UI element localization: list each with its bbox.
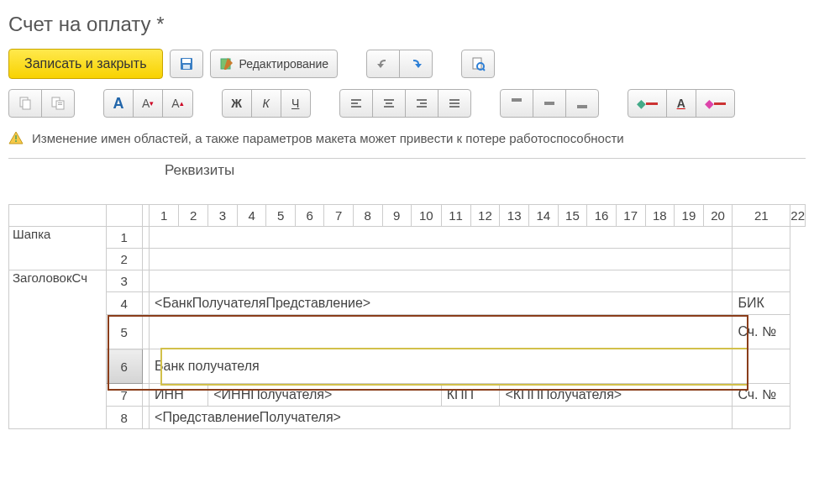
col-9[interactable]: 9	[382, 205, 412, 227]
undo-button[interactable]	[366, 50, 400, 78]
valign-middle-icon	[542, 96, 557, 111]
col-15[interactable]: 15	[558, 205, 587, 227]
row-2[interactable]: 2	[9, 249, 806, 270]
align-left-button[interactable]	[339, 89, 373, 118]
align-center-button[interactable]	[372, 89, 406, 118]
row-head-5[interactable]: 5	[106, 315, 142, 349]
preview-button[interactable]	[461, 50, 495, 78]
row-head-6[interactable]: 6	[106, 349, 142, 384]
row-head-2[interactable]: 2	[106, 249, 142, 270]
row-head-1[interactable]: 1	[106, 227, 142, 249]
col-16[interactable]: 16	[587, 205, 617, 227]
edit-mode-label: Редактирование	[239, 57, 329, 71]
col-13[interactable]: 13	[500, 205, 529, 227]
svg-rect-26	[544, 102, 554, 105]
cell-bank-recipient[interactable]: Банк получателя	[150, 349, 733, 384]
row-4[interactable]: 4 <БанкПолучателяПредставление> БИК	[9, 292, 806, 315]
row-5[interactable]: 5 Сч. №	[9, 315, 806, 349]
cell-kpp-val[interactable]: <КПППолучателя>	[500, 384, 733, 407]
font-decrease-button[interactable]: A▾	[133, 89, 163, 118]
spreadsheet[interactable]: Реквизиты 1 2 3 4 5 6 7 8 9 10 11 12	[8, 158, 806, 429]
edit-mode-button[interactable]: Редактирование	[210, 50, 339, 78]
text-color-label: A	[677, 97, 685, 110]
cell-acct2[interactable]: Сч. №	[733, 384, 790, 407]
cell-inn-label[interactable]: ИНН	[150, 384, 208, 407]
cell-bik[interactable]: БИК	[733, 292, 790, 315]
col-21[interactable]: 21	[733, 205, 790, 227]
svg-rect-28	[15, 135, 17, 139]
col-7[interactable]: 7	[324, 205, 354, 227]
row-1[interactable]: Шапка 1	[9, 227, 806, 249]
cell-payee-repr[interactable]: <ПредставлениеПолучателя>	[150, 407, 733, 429]
col-10[interactable]: 10	[412, 205, 442, 227]
col-12[interactable]: 12	[470, 205, 500, 227]
row-head-8[interactable]: 8	[106, 407, 142, 429]
redo-button[interactable]	[399, 50, 433, 78]
section-title: ЗаголовокСч	[9, 270, 107, 429]
valign-middle-button[interactable]	[533, 89, 566, 118]
save-button[interactable]	[170, 50, 203, 78]
col-4[interactable]: 4	[237, 205, 266, 227]
svg-rect-12	[58, 104, 62, 105]
col-20[interactable]: 20	[703, 205, 733, 227]
main-toolbar: Записать и закрыть Редактирование	[8, 49, 806, 79]
sheet-table[interactable]: 1 2 3 4 5 6 7 8 9 10 11 12 13 14 15 16 1…	[8, 204, 806, 429]
col-18[interactable]: 18	[645, 205, 675, 227]
row-head-3[interactable]: 3	[106, 270, 142, 292]
copy-icon	[18, 96, 33, 111]
row-8[interactable]: 8 <ПредставлениеПолучателя>	[9, 407, 806, 429]
cell-kpp-label[interactable]: КПП	[441, 384, 500, 407]
font-big-label: A	[171, 97, 179, 110]
valign-top-button[interactable]	[500, 89, 533, 118]
col-11[interactable]: 11	[441, 205, 470, 227]
row-6[interactable]: 6 Банк получателя	[9, 349, 806, 384]
warning-icon	[8, 130, 24, 145]
col-6[interactable]: 6	[295, 205, 324, 227]
col-blank-section[interactable]	[9, 205, 107, 227]
section-header: Шапка	[9, 227, 107, 270]
copy-button[interactable]	[8, 89, 42, 118]
col-14[interactable]: 14	[529, 205, 559, 227]
bg-color-button[interactable]: ◆	[628, 89, 667, 118]
valign-bottom-button[interactable]	[565, 89, 599, 118]
bold-button[interactable]: Ж	[222, 89, 252, 118]
align-right-button[interactable]	[405, 89, 439, 118]
save-close-button[interactable]: Записать и закрыть	[8, 49, 163, 79]
font-default-button[interactable]: A	[103, 89, 134, 118]
cell-inn-val[interactable]: <ИННПолучателя>	[208, 384, 441, 407]
col-blank-rownum[interactable]	[106, 205, 142, 227]
cell-acct[interactable]: Сч. №	[733, 315, 790, 349]
undo-icon	[375, 56, 391, 71]
font-small-label: A	[142, 97, 150, 110]
col-22[interactable]: 22	[790, 205, 806, 227]
col-2[interactable]: 2	[179, 205, 208, 227]
col-5[interactable]: 5	[266, 205, 296, 227]
col-1[interactable]: 1	[150, 205, 179, 227]
italic-button[interactable]: К	[251, 89, 281, 118]
row-7[interactable]: 7 ИНН <ИННПолучателя> КПП <КПППолучателя…	[9, 384, 806, 407]
row-3[interactable]: ЗаголовокСч 3	[9, 270, 806, 292]
col-8[interactable]: 8	[353, 205, 382, 227]
font-increase-button[interactable]: A▴	[162, 89, 192, 118]
cell-r5[interactable]	[150, 315, 733, 349]
row-head-4[interactable]: 4	[106, 292, 142, 315]
col-17[interactable]: 17	[616, 205, 645, 227]
cell-bank-repr[interactable]: <БанкПолучателяПредставление>	[150, 292, 733, 315]
save-icon	[179, 56, 194, 71]
bg-color-label: ◆	[637, 97, 646, 110]
col-3[interactable]: 3	[208, 205, 238, 227]
paste-button[interactable]	[41, 89, 75, 118]
col-blank[interactable]	[142, 205, 149, 227]
underline-button[interactable]: Ч	[281, 89, 311, 118]
svg-rect-2	[183, 65, 190, 69]
text-color-button[interactable]: A	[666, 89, 696, 118]
align-center-icon	[381, 96, 396, 111]
valign-top-icon	[509, 96, 524, 111]
align-justify-button[interactable]	[438, 89, 471, 118]
warning-bar: Изменение имен областей, а также парамет…	[8, 130, 806, 145]
column-header-row: 1 2 3 4 5 6 7 8 9 10 11 12 13 14 15 16 1…	[9, 205, 806, 227]
col-19[interactable]: 19	[675, 205, 704, 227]
border-color-button[interactable]: ◆	[696, 89, 735, 118]
svg-rect-25	[512, 98, 522, 102]
row-head-7[interactable]: 7	[106, 384, 142, 407]
